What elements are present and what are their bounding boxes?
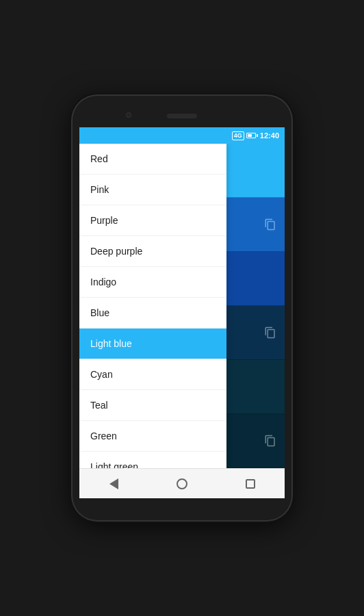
list-item[interactable]: Light green xyxy=(79,452,226,468)
screen-content: Red Pink Purple Deep purple Indigo Blue … xyxy=(79,144,285,468)
phone-screen: 4G 12:40 Red Pink Purple Deep purple Ind… xyxy=(79,127,285,498)
home-button[interactable] xyxy=(168,473,196,495)
list-item[interactable]: Teal xyxy=(79,390,226,421)
color-panel-2 xyxy=(226,198,285,252)
bg-panels xyxy=(226,144,285,468)
phone-home-bar xyxy=(79,498,285,508)
color-panel-3 xyxy=(226,252,285,306)
list-item-light-blue[interactable]: Light blue xyxy=(79,329,226,359)
back-button[interactable] xyxy=(100,473,127,495)
color-panel-5 xyxy=(226,360,285,414)
copy-icon[interactable] xyxy=(263,433,278,448)
bottom-navigation xyxy=(79,468,285,498)
list-item[interactable]: Red xyxy=(79,144,226,175)
phone-top-bar xyxy=(79,108,285,127)
network-indicator: 4G xyxy=(232,131,244,140)
list-item[interactable]: Purple xyxy=(79,205,226,236)
copy-icon[interactable] xyxy=(263,325,278,340)
list-item[interactable]: Blue xyxy=(79,298,226,329)
home-icon xyxy=(177,478,187,489)
copy-icon[interactable] xyxy=(263,217,278,232)
recents-icon xyxy=(246,479,255,489)
phone-camera xyxy=(126,112,131,118)
list-item[interactable]: Deep purple xyxy=(79,236,226,267)
color-panel-6 xyxy=(226,414,285,468)
list-item[interactable]: Indigo xyxy=(79,267,226,298)
color-panel-4 xyxy=(226,306,285,360)
phone-shell: 4G 12:40 Red Pink Purple Deep purple Ind… xyxy=(73,96,291,520)
color-panel-1 xyxy=(226,144,285,198)
back-icon xyxy=(109,478,118,489)
status-icons: 4G 12:40 xyxy=(232,131,279,140)
status-bar: 4G 12:40 xyxy=(79,127,285,144)
list-item[interactable]: Pink xyxy=(79,175,226,205)
phone-speaker xyxy=(167,114,197,118)
recents-button[interactable] xyxy=(237,473,264,495)
time-display: 12:40 xyxy=(260,131,279,140)
list-item[interactable]: Cyan xyxy=(79,359,226,390)
battery-icon xyxy=(246,133,258,138)
dropdown-list[interactable]: Red Pink Purple Deep purple Indigo Blue … xyxy=(79,144,226,468)
list-item[interactable]: Green xyxy=(79,421,226,452)
